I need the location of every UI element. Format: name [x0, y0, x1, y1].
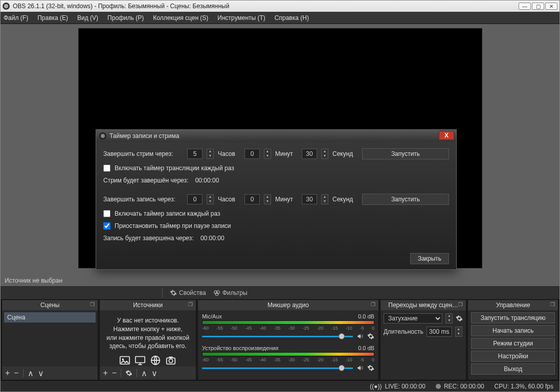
mixer-ch2-db: 0.0 dB [358, 345, 374, 351]
filters-button[interactable]: Фильтры [213, 289, 248, 296]
camera-icon [165, 355, 177, 366]
record-seconds-input[interactable] [302, 194, 317, 204]
meter-ticks: -60-55-50-45-40-35-30-25-20-15-10-50 [202, 326, 374, 331]
record-hours-input[interactable] [187, 194, 203, 204]
exit-button[interactable]: Выход [471, 363, 555, 375]
stream-ends-value: 00:00:00 [195, 177, 219, 184]
dialog-icon [99, 132, 106, 140]
cpu-status: CPU: 1.3%, 60.00 fps [495, 383, 553, 390]
mixer-channel-desktop: Устройство воспроизведения0.0 dB -60-55-… [202, 345, 374, 372]
record-seconds-spinner[interactable]: ▲▼ [321, 194, 328, 204]
broadcast-icon: ((●)) [370, 383, 382, 390]
record-minutes-input[interactable] [244, 194, 260, 204]
channel-settings-icon[interactable] [367, 364, 374, 372]
menu-help[interactable]: Справка (H) [275, 14, 309, 21]
stream-seconds-input[interactable] [302, 149, 317, 159]
popout-icon[interactable]: ❐ [550, 302, 555, 307]
minimize-button[interactable]: — [519, 3, 531, 10]
stream-minutes-input[interactable] [244, 149, 260, 159]
remove-scene-button[interactable]: − [14, 368, 18, 378]
controls-dock: Управление❐ Запустить трансляцию Начать … [467, 299, 558, 380]
transition-select[interactable]: Затухание [384, 313, 443, 324]
meter-ticks: -60-55-50-45-40-35-30-25-20-15-10-50 [202, 357, 374, 362]
stream-hours-input[interactable] [187, 149, 203, 159]
live-status: LIVE: 00:00:00 [385, 383, 425, 390]
studio-mode-button[interactable]: Режим студии [471, 338, 555, 349]
source-toolbar: Свойства Фильтры [1, 286, 559, 299]
menu-profile[interactable]: Профиль (P) [107, 14, 144, 21]
duration-spinner[interactable]: ▲▼ [455, 327, 462, 337]
properties-button[interactable]: Свойства [170, 289, 206, 296]
svg-point-0 [4, 4, 8, 8]
stream-minutes-spinner[interactable]: ▲▼ [264, 149, 271, 159]
sources-title: Источники [133, 302, 163, 309]
record-pause-checkbox[interactable] [103, 222, 110, 229]
add-scene-button[interactable]: + [5, 368, 10, 378]
scenes-dock: Сцены❐ Сцена + − ∧ ∨ [2, 299, 98, 380]
globe-icon [149, 355, 162, 366]
minutes-unit: Минут [275, 150, 298, 157]
start-record-button[interactable]: Начать запись [471, 325, 555, 336]
source-down-button[interactable]: ∨ [151, 368, 158, 378]
svg-point-5 [122, 359, 124, 361]
stream-ends-label: Стрим будет завершён через: [103, 177, 188, 184]
dialog-close-x[interactable]: X [439, 131, 454, 140]
source-up-button[interactable]: ∧ [141, 368, 147, 378]
duration-label: Длительность [384, 328, 423, 335]
mixer-title: Микшер аудио [267, 302, 309, 309]
filters-label: Фильтры [222, 289, 248, 296]
stream-every-time-checkbox[interactable] [103, 165, 110, 172]
menu-file[interactable]: Файл (F) [4, 14, 28, 21]
volume-slider-desktop[interactable] [202, 367, 353, 369]
display-icon [134, 355, 146, 366]
transition-spinner[interactable]: ▲▼ [445, 313, 453, 324]
channel-settings-icon[interactable] [367, 333, 374, 340]
record-minutes-spinner[interactable]: ▲▼ [264, 194, 271, 204]
svg-point-11 [101, 134, 105, 138]
record-every-time-checkbox[interactable] [103, 210, 110, 217]
duration-input[interactable] [427, 327, 452, 337]
stream-seconds-spinner[interactable]: ▲▼ [321, 149, 328, 159]
hours-unit: Часов [218, 150, 240, 157]
menubar: Файл (F) Правка (E) Вид (V) Профиль (P) … [1, 12, 559, 24]
record-stop-label: Завершить запись через: [103, 196, 183, 203]
popout-icon[interactable]: ❐ [188, 302, 193, 307]
stream-hours-spinner[interactable]: ▲▼ [207, 149, 214, 159]
menu-edit[interactable]: Правка (E) [37, 14, 68, 21]
menu-view[interactable]: Вид (V) [77, 14, 98, 21]
mixer-ch2-name: Устройство воспроизведения [202, 345, 279, 351]
scene-down-button[interactable]: ∨ [38, 368, 44, 378]
timer-dialog: Таймер записи и стрима X Завершить стрим… [96, 129, 457, 270]
svg-rect-10 [169, 357, 173, 358]
menu-tools[interactable]: Инструменты (T) [217, 14, 265, 21]
record-ends-value: 00:00:00 [200, 235, 225, 242]
stream-start-button[interactable]: Запустить [362, 148, 449, 159]
popout-icon[interactable]: ❐ [90, 302, 95, 307]
record-every-time-label: Включать таймер записи каждый раз [115, 210, 220, 217]
record-ends-label: Запись будет завершена через: [103, 235, 194, 242]
source-settings-icon[interactable] [125, 370, 132, 377]
dialog-close-button[interactable]: Закрыть [410, 253, 449, 264]
scene-up-button[interactable]: ∧ [28, 368, 34, 378]
start-stream-button[interactable]: Запустить трансляцию [471, 312, 555, 324]
menu-scene-collection[interactable]: Коллекция сцен (S) [153, 14, 208, 21]
popout-icon[interactable]: ❐ [371, 302, 375, 307]
minutes-unit: Минут [275, 196, 298, 203]
add-source-button[interactable]: + [103, 368, 107, 378]
seconds-unit: Секунд [332, 196, 355, 203]
speaker-icon[interactable] [356, 364, 364, 372]
popout-icon[interactable]: ❐ [458, 302, 463, 307]
speaker-icon[interactable] [356, 333, 364, 340]
record-hours-spinner[interactable]: ▲▼ [207, 194, 214, 204]
record-start-button[interactable]: Запустить [362, 194, 449, 205]
maximize-button[interactable]: ▢ [532, 3, 544, 10]
transitions-title: Переходы между сцен… [388, 302, 458, 309]
scene-item[interactable]: Сцена [4, 312, 96, 322]
svg-point-9 [169, 359, 173, 362]
settings-button[interactable]: Настройки [471, 351, 555, 362]
remove-source-button[interactable]: − [112, 368, 117, 378]
transition-settings-icon[interactable] [456, 315, 463, 322]
svg-rect-6 [136, 357, 145, 363]
volume-slider-mic[interactable] [202, 336, 353, 337]
close-window-button[interactable]: ✕ [545, 3, 557, 10]
